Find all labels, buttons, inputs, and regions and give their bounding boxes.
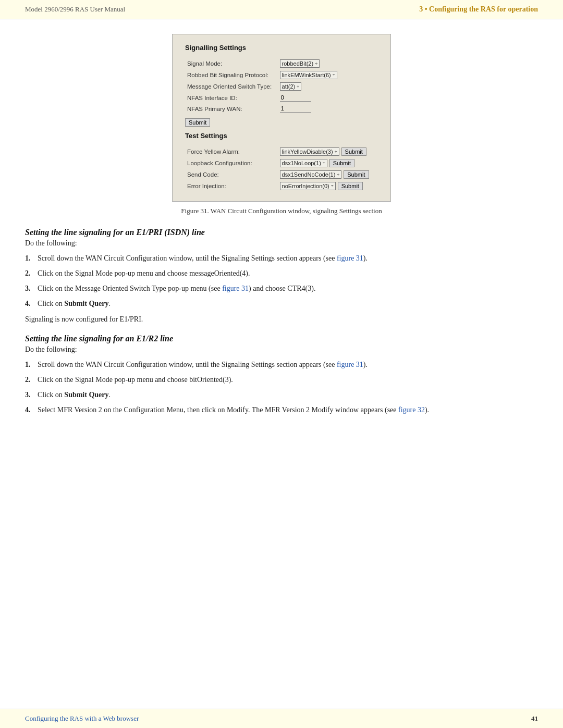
field-control: dsx1SendNoCode(1) ÷ Submit [278, 169, 378, 180]
select-value: linkYellowDisable(3) [282, 149, 333, 155]
force-yellow-alarm-select[interactable]: linkYellowDisable(3) ÷ [280, 147, 339, 156]
table-row: Message Oriented Switch Type: att(2) ÷ [185, 81, 378, 92]
list-item: 1. Scroll down the WAN Circuit Configura… [25, 253, 538, 264]
table-row: Robbed Bit Signaling Protocol: linkEMWin… [185, 69, 378, 81]
select-value: att(2) [282, 83, 296, 90]
force-yellow-submit-button[interactable]: Submit [341, 147, 366, 156]
list-item: 3. Click on Submit Query. [25, 389, 538, 400]
main-content: Signalling Settings Signal Mode: robbedB… [0, 19, 563, 447]
select-arrow: ÷ [335, 149, 337, 154]
send-code-submit-button[interactable]: Submit [344, 170, 369, 179]
figure32-link[interactable]: figure 32 [398, 406, 425, 414]
switch-type-select[interactable]: att(2) ÷ [280, 82, 302, 91]
section2-heading: Setting the line signaling for an E1/R2 … [25, 334, 538, 343]
step-number: 2. [25, 268, 38, 279]
figure31-link-3[interactable]: figure 31 [337, 361, 363, 368]
field-label: Error Injection: [185, 180, 278, 192]
table-row: NFAS Primary WAN: [185, 103, 378, 114]
section2-do-following: Do the following: [25, 346, 538, 354]
page-footer: Configuring the RAS with a Web browser 4… [0, 709, 563, 728]
list-item: 3. Click on the Message Oriented Switch … [25, 283, 538, 294]
section-e1-pri: Setting the line signaling for an E1/PRI… [25, 228, 538, 324]
field-label: Send Code: [185, 169, 278, 180]
table-row: NFAS Interface ID: [185, 92, 378, 103]
step-content: Click on Submit Query. [38, 298, 538, 309]
step-content: Click on the Signal Mode pop-up menu and… [38, 374, 538, 385]
robbed-bit-select[interactable]: linkEMWinkStart(6) ÷ [280, 71, 337, 79]
select-arrow: ÷ [333, 72, 335, 78]
step-number: 4. [25, 298, 38, 309]
signalling-settings-title: Signalling Settings [185, 44, 378, 52]
select-value: linkEMWinkStart(6) [282, 72, 331, 78]
section-e1-r2: Setting the line signaling for an E1/R2 … [25, 334, 538, 415]
section2-steps: 1. Scroll down the WAN Circuit Configura… [25, 359, 538, 415]
field-control: robbedBit(2) ÷ [278, 58, 378, 69]
header-chapter-title: Configuring the RAS for operation [429, 5, 538, 13]
field-label: NFAS Primary WAN: [185, 103, 278, 114]
step-number: 2. [25, 374, 38, 385]
step-number: 1. [25, 253, 38, 264]
select-arrow: ÷ [297, 84, 299, 89]
select-value: dsx1NoLoop(1) [282, 160, 321, 166]
select-value: noErrorInjection(0) [282, 183, 329, 189]
table-row: Error Injection: noErrorInjection(0) ÷ S… [185, 180, 378, 192]
loopback-submit-button[interactable]: Submit [329, 159, 354, 167]
footer-left: Configuring the RAS with a Web browser [25, 714, 139, 723]
field-label: Loopback Configuration: [185, 157, 278, 169]
submit-query-bold-2: Submit Query [64, 391, 108, 399]
figure31-link-1[interactable]: figure 31 [337, 254, 363, 262]
field-control: linkEMWinkStart(6) ÷ [278, 69, 378, 81]
nfas-primary-wan-input[interactable] [280, 105, 311, 113]
section1-conclusion: Signaling is now configured for E1/PRI. [25, 315, 538, 324]
step-number: 3. [25, 283, 38, 294]
nfas-interface-id-input[interactable] [280, 94, 311, 102]
list-item: 2. Click on the Signal Mode pop-up menu … [25, 374, 538, 385]
signalling-submit-button[interactable]: Submit [185, 118, 210, 127]
error-injection-submit-button[interactable]: Submit [338, 182, 363, 190]
section1-do-following: Do the following: [25, 239, 538, 248]
section1-steps: 1. Scroll down the WAN Circuit Configura… [25, 253, 538, 309]
step-content: Scroll down the WAN Circuit Configuratio… [38, 253, 538, 264]
error-injection-select[interactable]: noErrorInjection(0) ÷ [280, 182, 336, 190]
select-arrow: ÷ [331, 183, 334, 189]
test-settings-title: Test Settings [185, 132, 378, 140]
list-item: 1. Scroll down the WAN Circuit Configura… [25, 359, 538, 370]
table-row: Loopback Configuration: dsx1NoLoop(1) ÷ … [185, 157, 378, 169]
header-chapter-prefix: 3 • [419, 5, 429, 13]
figure-caption: Figure 31. WAN Circuit Configuration win… [181, 207, 382, 215]
send-code-select[interactable]: dsx1SendNoCode(1) ÷ [280, 170, 342, 179]
step-content: Click on Submit Query. [38, 389, 538, 400]
figure31-link-2[interactable]: figure 31 [222, 285, 249, 292]
select-arrow: ÷ [337, 172, 339, 177]
loopback-config-select[interactable]: dsx1NoLoop(1) ÷ [280, 159, 327, 167]
field-label: Signal Mode: [185, 58, 278, 69]
select-arrow: ÷ [315, 61, 317, 66]
footer-page-number: 41 [531, 714, 538, 723]
signalling-settings-table: Signal Mode: robbedBit(2) ÷ Robbed Bit S… [185, 58, 378, 114]
field-control: dsx1NoLoop(1) ÷ Submit [278, 157, 378, 169]
step-content: Select MFR Version 2 on the Configuratio… [38, 404, 538, 415]
section1-heading: Setting the line signaling for an E1/PRI… [25, 228, 538, 237]
field-label: Force Yellow Alarm: [185, 146, 278, 157]
field-control: att(2) ÷ [278, 81, 378, 92]
submit-query-bold: Submit Query [64, 300, 108, 307]
header-left-text: Model 2960/2996 RAS User Manual [25, 5, 125, 14]
field-control [278, 103, 378, 114]
step-content: Scroll down the WAN Circuit Configuratio… [38, 359, 538, 370]
field-control: linkYellowDisable(3) ÷ Submit [278, 146, 378, 157]
page-header: Model 2960/2996 RAS User Manual 3 • Conf… [0, 0, 563, 19]
select-arrow: ÷ [323, 161, 325, 166]
figure-box: Signalling Settings Signal Mode: robbedB… [172, 34, 391, 202]
table-row: Force Yellow Alarm: linkYellowDisable(3)… [185, 146, 378, 157]
step-content: Click on the Signal Mode pop-up menu and… [38, 268, 538, 279]
select-value: robbedBit(2) [282, 60, 314, 67]
step-number: 3. [25, 389, 38, 400]
field-label: NFAS Interface ID: [185, 92, 278, 103]
figure-container: Signalling Settings Signal Mode: robbedB… [25, 34, 538, 215]
step-content: Click on the Message Oriented Switch Typ… [38, 283, 538, 294]
list-item: 4. Select MFR Version 2 on the Configura… [25, 404, 538, 415]
step-number: 1. [25, 359, 38, 370]
signal-mode-select[interactable]: robbedBit(2) ÷ [280, 59, 320, 68]
table-row: Signal Mode: robbedBit(2) ÷ [185, 58, 378, 69]
field-label: Robbed Bit Signaling Protocol: [185, 69, 278, 81]
